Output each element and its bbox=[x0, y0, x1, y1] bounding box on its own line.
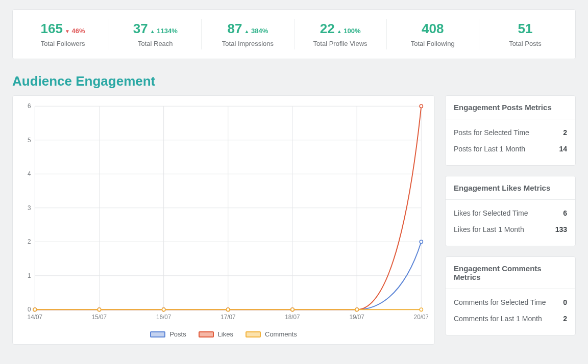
summary-stats-card: 165▼ 46%Total Followers37▲ 1134%Total Re… bbox=[12, 9, 576, 59]
metric-label: Posts for Selected Time bbox=[454, 128, 529, 137]
stat-delta: ▲ 100% bbox=[337, 27, 361, 35]
metric-label: Comments for Selected Time bbox=[454, 298, 546, 306]
legend-swatch bbox=[199, 331, 214, 337]
caret-up-icon: ▲ bbox=[150, 29, 155, 34]
legend-item[interactable]: Posts bbox=[150, 330, 186, 338]
stat-label: Total Impressions bbox=[206, 40, 289, 47]
y-tick-label: 5 bbox=[28, 137, 31, 144]
metric-label: Comments for Last 1 Month bbox=[454, 315, 542, 323]
caret-up-icon: ▲ bbox=[244, 29, 250, 34]
series-point bbox=[420, 308, 423, 311]
metric-value: 133 bbox=[555, 225, 567, 233]
series-point bbox=[97, 308, 101, 311]
stat-value: 87 bbox=[228, 21, 242, 37]
y-tick-label: 1 bbox=[28, 272, 31, 279]
stat-cell: 37▲ 1134%Total Reach bbox=[109, 19, 202, 49]
series-point bbox=[33, 308, 36, 311]
stat-delta: ▲ 1134% bbox=[150, 27, 178, 35]
stat-value: 165 bbox=[41, 21, 63, 37]
stat-cell: 408Total Following bbox=[387, 19, 479, 49]
series-point bbox=[420, 240, 423, 244]
stat-label: Total Posts bbox=[483, 40, 567, 47]
stat-cell: 87▲ 384%Total Impressions bbox=[202, 19, 294, 49]
y-tick-label: 2 bbox=[28, 238, 31, 245]
metric-value: 2 bbox=[563, 315, 567, 323]
metric-row: Likes for Last 1 Month133 bbox=[454, 221, 567, 238]
metric-label: Posts for Last 1 Month bbox=[454, 145, 525, 153]
series-point bbox=[227, 308, 230, 311]
metric-row: Posts for Selected Time2 bbox=[454, 124, 567, 141]
legend-item[interactable]: Likes bbox=[199, 330, 233, 338]
stat-label: Total Following bbox=[391, 40, 475, 47]
legend-item[interactable]: Comments bbox=[246, 330, 297, 338]
metric-card: Engagement Comments MetricsComments for … bbox=[445, 256, 576, 335]
y-tick-label: 4 bbox=[28, 170, 31, 177]
stat-label: Total Reach bbox=[113, 40, 197, 47]
section-title: Audience Engagement bbox=[12, 73, 576, 89]
metric-value: 0 bbox=[563, 298, 567, 306]
y-tick-label: 0 bbox=[28, 306, 31, 313]
stat-value: 22 bbox=[320, 21, 335, 37]
metric-value: 14 bbox=[559, 145, 567, 153]
stat-cell: 22▲ 100%Total Profile Views bbox=[295, 19, 387, 49]
stat-cell: 165▼ 46%Total Followers bbox=[17, 19, 109, 49]
metric-row: Comments for Selected Time0 bbox=[454, 294, 567, 310]
x-tick-label: 16/07 bbox=[156, 313, 172, 320]
series-point bbox=[420, 105, 423, 108]
stat-label: Total Followers bbox=[21, 40, 105, 47]
metric-label: Likes for Last 1 Month bbox=[454, 225, 524, 233]
legend-swatch bbox=[246, 331, 261, 337]
x-tick-label: 15/07 bbox=[92, 313, 107, 320]
legend-label: Comments bbox=[265, 330, 297, 338]
metric-card-title: Engagement Comments Metrics bbox=[446, 257, 575, 289]
metric-row: Comments for Last 1 Month2 bbox=[454, 310, 567, 327]
stat-value: 37 bbox=[133, 21, 148, 37]
metric-value: 6 bbox=[563, 209, 567, 217]
metric-card: Engagement Likes MetricsLikes for Select… bbox=[445, 176, 576, 246]
legend-label: Likes bbox=[218, 330, 233, 338]
y-tick-label: 3 bbox=[28, 204, 31, 212]
engagement-chart: 012345614/0715/0716/0717/0718/0719/0720/… bbox=[19, 101, 428, 325]
series-point bbox=[291, 308, 294, 311]
x-tick-label: 19/07 bbox=[349, 313, 364, 320]
stat-cell: 51Total Posts bbox=[479, 19, 571, 49]
x-tick-label: 20/07 bbox=[414, 313, 428, 320]
stat-delta: ▼ 46% bbox=[65, 27, 85, 35]
series-point bbox=[355, 308, 358, 311]
x-tick-label: 17/07 bbox=[220, 313, 236, 320]
metric-row: Likes for Selected Time6 bbox=[454, 205, 567, 221]
stat-value: 51 bbox=[518, 21, 532, 37]
caret-up-icon: ▲ bbox=[337, 29, 342, 34]
metric-label: Likes for Selected Time bbox=[454, 209, 528, 217]
caret-down-icon: ▼ bbox=[65, 29, 70, 34]
metric-card-title: Engagement Posts Metrics bbox=[446, 96, 575, 119]
y-tick-label: 6 bbox=[28, 102, 31, 110]
metric-value: 2 bbox=[563, 128, 567, 137]
stat-value: 408 bbox=[422, 21, 444, 37]
x-tick-label: 14/07 bbox=[28, 313, 43, 320]
x-tick-label: 18/07 bbox=[285, 313, 300, 320]
metric-card: Engagement Posts MetricsPosts for Select… bbox=[445, 95, 576, 166]
metric-row: Posts for Last 1 Month14 bbox=[454, 141, 567, 157]
legend-swatch bbox=[150, 331, 165, 337]
legend-label: Posts bbox=[169, 330, 186, 338]
chart-legend: PostsLikesComments bbox=[19, 330, 428, 338]
stat-label: Total Profile Views bbox=[299, 40, 382, 47]
series-point bbox=[162, 308, 165, 311]
metric-card-title: Engagement Likes Metrics bbox=[446, 176, 575, 200]
engagement-chart-card: 012345614/0715/0716/0717/0718/0719/0720/… bbox=[12, 95, 435, 345]
stat-delta: ▲ 384% bbox=[244, 27, 268, 35]
